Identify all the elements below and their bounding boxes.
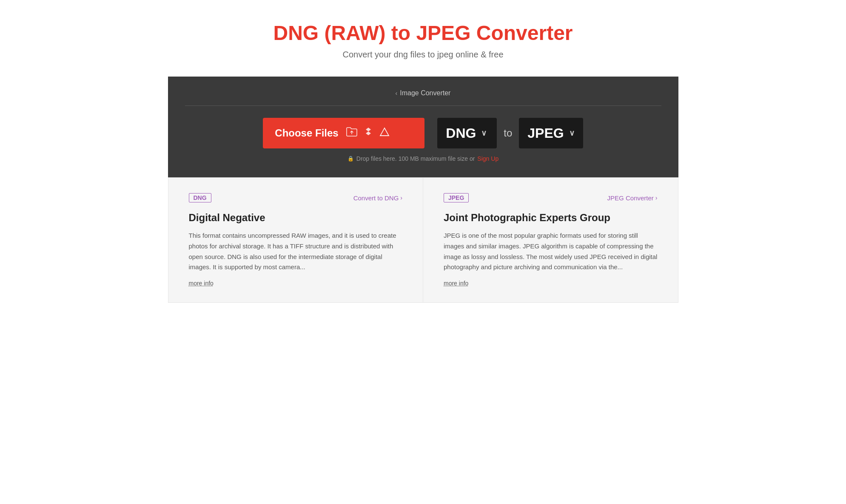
choose-files-label: Choose Files xyxy=(275,127,338,139)
converter-controls: Choose Files xyxy=(185,118,661,148)
google-drive-icon xyxy=(379,127,390,139)
convert-to-dng-link[interactable]: Convert to DNG › xyxy=(353,194,402,202)
format-to-label: to xyxy=(504,127,512,139)
jpeg-link-arrow-icon: › xyxy=(655,194,658,201)
jpeg-card-title: Joint Photographic Experts Group xyxy=(444,212,658,224)
format-group: DNG ∨ to JPEG ∨ xyxy=(437,118,583,148)
jpeg-info-card: JPEG JPEG Converter › Joint Photographic… xyxy=(423,177,678,303)
info-cards: DNG Convert to DNG › Digital Negative Th… xyxy=(168,177,678,303)
header-section: DNG (RAW) to JPEG Converter Convert your… xyxy=(177,0,670,77)
jpeg-card-header: JPEG JPEG Converter › xyxy=(444,193,658,202)
dng-card-title: Digital Negative xyxy=(189,212,403,224)
local-folder-icon xyxy=(346,127,357,139)
from-format-label: DNG xyxy=(446,125,476,141)
drop-hint: 🔒 Drop files here. 100 MB maximum file s… xyxy=(185,155,661,162)
jpeg-converter-link[interactable]: JPEG Converter › xyxy=(607,194,658,202)
from-format-selector[interactable]: DNG ∨ xyxy=(437,118,497,148)
dng-badge: DNG xyxy=(189,193,211,202)
dng-info-card: DNG Convert to DNG › Digital Negative Th… xyxy=(168,177,423,303)
dng-card-header: DNG Convert to DNG › xyxy=(189,193,403,202)
from-format-chevron-icon: ∨ xyxy=(481,128,487,138)
page-subtitle: Convert your dng files to jpeg online & … xyxy=(185,50,661,60)
signup-link[interactable]: Sign Up xyxy=(477,155,498,162)
to-format-label: JPEG xyxy=(527,125,564,141)
drop-hint-text: Drop files here. 100 MB maximum file siz… xyxy=(356,155,475,162)
jpeg-badge: JPEG xyxy=(444,193,469,202)
to-format-chevron-icon: ∨ xyxy=(569,128,575,138)
dng-card-description: This format contains uncompressed RAW im… xyxy=(189,231,403,273)
dng-more-info-button[interactable]: more info xyxy=(189,280,214,287)
jpeg-converter-label: JPEG Converter xyxy=(607,194,654,202)
lock-icon: 🔒 xyxy=(348,156,354,162)
breadcrumb-chevron-icon: ‹ xyxy=(396,90,398,97)
breadcrumb: ‹ Image Converter xyxy=(185,89,661,106)
page-title: DNG (RAW) to JPEG Converter xyxy=(185,21,661,45)
dropbox-icon xyxy=(363,127,373,140)
jpeg-more-info-button[interactable]: more info xyxy=(444,280,468,287)
upload-icons xyxy=(346,127,390,140)
choose-files-button[interactable]: Choose Files xyxy=(263,118,424,148)
convert-to-dng-label: Convert to DNG xyxy=(353,194,399,202)
to-format-selector[interactable]: JPEG ∨ xyxy=(519,118,583,148)
breadcrumb-label: Image Converter xyxy=(400,89,450,97)
dng-link-arrow-icon: › xyxy=(400,194,402,201)
jpeg-card-description: JPEG is one of the most popular graphic … xyxy=(444,231,658,273)
converter-panel: ‹ Image Converter Choose Files xyxy=(168,77,678,177)
